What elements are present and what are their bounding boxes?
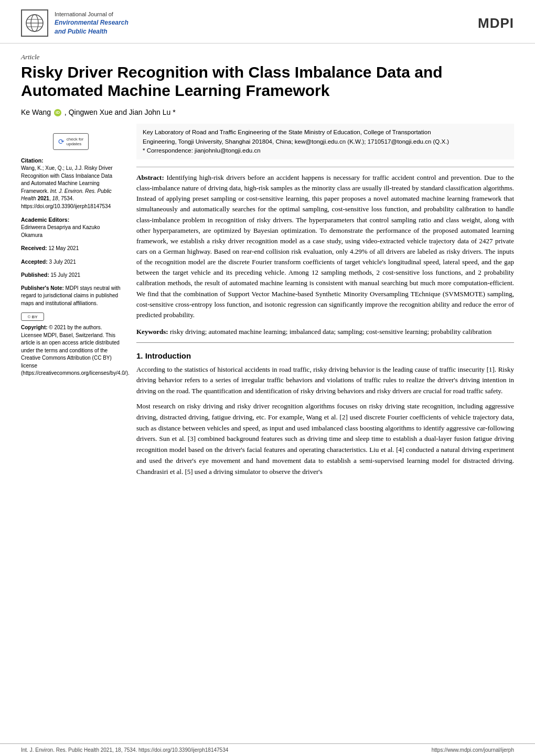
journal-title-top: International Journal of	[55, 10, 129, 18]
published-block: Published: 15 July 2021	[21, 271, 121, 279]
journal-title-main: Environmental Research	[55, 18, 129, 27]
journal-logo-icon	[25, 13, 45, 33]
published-label: Published:	[21, 272, 49, 278]
published-text: 15 July 2021	[50, 272, 80, 278]
received-text: 12 May 2021	[48, 245, 79, 251]
keywords-block: Keywords: risky driving; automated machi…	[136, 327, 514, 337]
arrows-icon: ⟳	[58, 137, 65, 146]
orcid-icon[interactable]: iD	[54, 109, 61, 116]
academic-editors-label: Academic Editors:	[21, 217, 69, 223]
author-ke-wang: Ke Wang	[21, 108, 53, 116]
accepted-block: Accepted: 3 July 2021	[21, 258, 121, 266]
author-rest: , Qingwen Xue and Jian John Lu *	[65, 108, 176, 116]
cc-license-box: © BY	[21, 312, 121, 321]
left-column: ⟳ check forupdates Citation: Wang, K.; X…	[21, 124, 131, 481]
header: International Journal of Environmental R…	[0, 0, 535, 44]
check-for-updates[interactable]: ⟳ check forupdates	[21, 133, 121, 150]
mdpi-logo: MDPI	[478, 15, 514, 31]
section-1-para1: According to the statistics of historica…	[136, 364, 514, 397]
by-symbol: BY	[31, 315, 37, 319]
section-1-heading: 1. Introduction	[136, 351, 514, 360]
footer-bar: Int. J. Environ. Res. Public Health 2021…	[0, 743, 535, 756]
cc-icon: © BY	[21, 312, 44, 321]
footer-right: https://www.mdpi.com/journal/ijerph	[432, 747, 514, 753]
copyright-text: Copyright: © 2021 by the authors. Licens…	[21, 324, 121, 377]
check-updates-icon: ⟳ check forupdates	[53, 133, 89, 150]
affiliation-box: Key Laboratory of Road and Traffic Engin…	[136, 124, 514, 159]
affiliation-line2: Engineering, Tongji University, Shanghai…	[143, 138, 449, 145]
citation-text: Wang, K.; Xue, Q.; Lu, J.J. Risky Driver…	[21, 165, 121, 210]
page: International Journal of Environmental R…	[0, 0, 535, 756]
section-1-para2: Most research on risky driving and risky…	[136, 401, 514, 478]
keywords-label: Keywords:	[136, 328, 168, 336]
citation-label: Citation:	[21, 157, 44, 164]
publisher-note-text: Publisher's Note: MDPI stays neutral wit…	[21, 285, 121, 308]
affiliation-line1: Key Laboratory of Road and Traffic Engin…	[143, 129, 431, 135]
accepted-label: Accepted:	[21, 258, 48, 265]
article-section: Article Risky Driver Recognition with Cl…	[0, 44, 535, 116]
affiliation-correspondence: * Correspondence: jianjohnlu@tongji.edu.…	[143, 147, 261, 154]
keywords-text: risky driving; automated machine learnin…	[170, 328, 491, 336]
received-label: Received:	[21, 245, 47, 251]
right-column: Key Laboratory of Road and Traffic Engin…	[131, 124, 514, 481]
publisher-note-block: Publisher's Note: MDPI stays neutral wit…	[21, 285, 121, 308]
journal-logo	[21, 9, 48, 37]
cc-symbol: ©	[27, 315, 30, 319]
citation-block: Citation: Wang, K.; Xue, Q.; Lu, J.J. Ri…	[21, 156, 121, 210]
abstract-block: Abstract: Identifying high-risk drivers …	[136, 172, 514, 320]
footer-left: Int. J. Environ. Res. Public Health 2021…	[21, 747, 228, 753]
abstract-label: Abstract:	[136, 174, 164, 181]
abstract-text: Identifying high-risk drivers before an …	[136, 174, 514, 319]
academic-editors-block: Academic Editors: Ediriweera Desapriya a…	[21, 215, 121, 239]
two-column-layout: ⟳ check forupdates Citation: Wang, K.; X…	[0, 124, 535, 481]
article-title: Risky Driver Recognition with Class Imba…	[21, 63, 514, 100]
separator-line	[136, 342, 514, 343]
header-left: International Journal of Environmental R…	[21, 9, 129, 37]
article-type: Article	[21, 53, 514, 61]
journal-title-sub: and Public Health	[55, 27, 129, 36]
check-updates-text: check forupdates	[67, 137, 83, 147]
authors-line: Ke Wang iD , Qingwen Xue and Jian John L…	[21, 108, 514, 116]
divider-top	[136, 167, 514, 167]
accepted-text: 3 July 2021	[49, 259, 76, 265]
received-block: Received: 12 May 2021	[21, 244, 121, 253]
journal-title-block: International Journal of Environmental R…	[55, 10, 129, 36]
academic-editors-text: Ediriweera Desapriya and Kazuko Okamura	[21, 224, 121, 239]
